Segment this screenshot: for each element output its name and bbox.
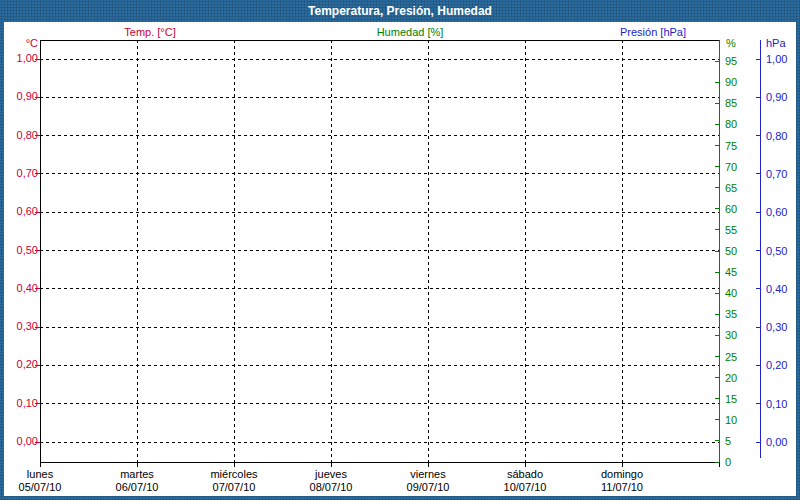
day-date-label: 11/07/10 (574, 482, 670, 493)
humidity-axis-tick-label: 10 (725, 415, 737, 426)
pressure-axis-tick-label: 0,80 (766, 131, 787, 142)
pressure-axis-tick-label: 0,70 (766, 169, 787, 180)
day-name-label: jueves (283, 469, 379, 480)
humidity-axis-tick-label: 15 (725, 394, 737, 405)
left-axis-tick-label: 0,20 (4, 359, 38, 370)
humidity-axis-tick-label: 70 (725, 162, 737, 173)
left-axis-tick-label: 0,60 (4, 206, 38, 217)
pressure-axis-tick-label: 0,50 (766, 246, 787, 257)
humidity-axis-tick-label: 40 (725, 288, 737, 299)
pressure-axis-tick-label: 0,10 (766, 399, 787, 410)
day-name-label: sábado (477, 469, 573, 480)
left-axis-tick-label: 0,70 (4, 168, 38, 179)
humidity-axis-tick-label: 5 (725, 436, 731, 447)
day-date-label: 06/07/10 (89, 482, 185, 493)
humidity-axis-tick-label: 60 (725, 204, 737, 215)
weather-chart-window: Temperatura, Presión, Humedad Temp. [°C]… (0, 0, 800, 500)
pressure-axis-tick-label: 0,40 (766, 284, 787, 295)
humidity-axis-tick-label: 20 (725, 373, 737, 384)
day-date-label: 09/07/10 (380, 482, 476, 493)
humidity-axis-tick-label: 0 (725, 457, 731, 468)
pressure-axis-tick-label: 0,90 (766, 92, 787, 103)
humidity-axis-tick-label: 45 (725, 267, 737, 278)
humidity-axis-tick-label: 35 (725, 309, 737, 320)
pressure-axis-tick-label: 0,20 (766, 360, 787, 371)
humidity-axis-tick-label: 95 (725, 56, 737, 67)
left-axis-tick-label: 0,50 (4, 245, 38, 256)
day-name-label: domingo (574, 469, 670, 480)
day-date-label: 07/07/10 (186, 482, 282, 493)
pressure-axis-tick-label: 0,30 (766, 322, 787, 333)
day-name-label: miércoles (186, 469, 282, 480)
day-name-label: lunes (0, 469, 88, 480)
humidity-axis-tick-label: 50 (725, 246, 737, 257)
humidity-axis-tick-label: 75 (725, 141, 737, 152)
left-axis-tick-label: 0,90 (4, 91, 38, 102)
day-date-label: 05/07/10 (0, 482, 88, 493)
chart-plot-area (4, 22, 796, 496)
humidity-axis-tick-label: 55 (725, 225, 737, 236)
pressure-axis-tick-label: 0,00 (766, 437, 787, 448)
day-date-label: 10/07/10 (477, 482, 573, 493)
left-axis-tick-label: 0,80 (4, 130, 38, 141)
pressure-axis-tick-label: 1,00 (766, 54, 787, 65)
humidity-axis-tick-label: 30 (725, 330, 737, 341)
humidity-axis-tick-label: 85 (725, 98, 737, 109)
day-name-label: martes (89, 469, 185, 480)
humidity-axis-tick-label: 65 (725, 183, 737, 194)
chart-panel: Temp. [°C] Humedad [%] Presión [hPa] °C … (4, 22, 796, 496)
left-axis-tick-label: 0,40 (4, 283, 38, 294)
humidity-axis-tick-label: 25 (725, 352, 737, 363)
pressure-axis-tick-label: 0,60 (766, 207, 787, 218)
chart-title: Temperatura, Presión, Humedad (308, 4, 492, 18)
left-axis-tick-label: 0,30 (4, 321, 38, 332)
day-name-label: viernes (380, 469, 476, 480)
chart-title-bar: Temperatura, Presión, Humedad (0, 0, 800, 22)
day-date-label: 08/07/10 (283, 482, 379, 493)
left-axis-tick-label: 0,00 (4, 436, 38, 447)
humidity-axis-tick-label: 90 (725, 77, 737, 88)
humidity-axis-tick-label: 80 (725, 119, 737, 130)
left-axis-tick-label: 1,00 (4, 53, 38, 64)
left-axis-tick-label: 0,10 (4, 398, 38, 409)
